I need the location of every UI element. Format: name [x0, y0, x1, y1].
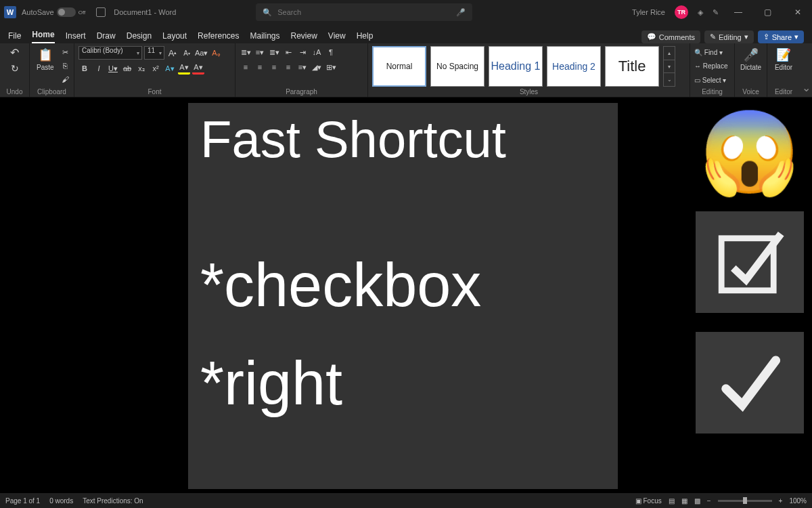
- tab-view[interactable]: View: [328, 31, 346, 43]
- shrink-font-button[interactable]: A▾: [181, 47, 193, 59]
- zoom-level[interactable]: 100%: [789, 497, 807, 505]
- word-count[interactable]: 0 words: [49, 497, 73, 505]
- copy-button[interactable]: ⎘: [60, 60, 72, 72]
- view-print-button[interactable]: ▤: [669, 497, 675, 505]
- shading-button[interactable]: ◢▾: [311, 61, 323, 73]
- bullets-button[interactable]: ≣▾: [240, 46, 252, 58]
- style-heading1[interactable]: Heading 1: [489, 46, 543, 87]
- font-size-select[interactable]: 11▾: [144, 46, 164, 60]
- tab-references[interactable]: References: [198, 31, 239, 43]
- replace-button[interactable]: ↔ Replace: [694, 62, 730, 70]
- underline-button[interactable]: U▾: [107, 62, 119, 75]
- zoom-in-button[interactable]: +: [779, 497, 783, 505]
- styles-scroll[interactable]: ▴▾⌄: [663, 46, 675, 87]
- search-input[interactable]: 🔍 Search 🎤: [256, 3, 472, 21]
- mic-icon[interactable]: 🎤: [456, 8, 466, 17]
- checkmark-tile: [696, 332, 804, 433]
- editor-group-label: Editor: [771, 87, 796, 96]
- minimize-button[interactable]: —: [728, 7, 748, 17]
- save-icon[interactable]: [96, 7, 106, 17]
- paste-button[interactable]: 📋Paste: [34, 46, 57, 72]
- subscript-button[interactable]: x₂: [135, 62, 148, 75]
- share-button[interactable]: ⇪ Share ▾: [758, 30, 804, 43]
- redo-button[interactable]: ↻: [9, 62, 21, 75]
- show-marks-button[interactable]: ¶: [325, 46, 337, 58]
- tab-draw[interactable]: Draw: [97, 31, 116, 43]
- zoom-slider[interactable]: [718, 500, 772, 502]
- autosave-toggle[interactable]: AutoSave Off: [22, 7, 85, 17]
- avatar[interactable]: TR: [675, 5, 688, 19]
- select-button[interactable]: ▭ Select ▾: [694, 77, 730, 84]
- diamond-icon[interactable]: ◈: [698, 8, 703, 17]
- tab-layout[interactable]: Layout: [162, 31, 187, 43]
- clear-format-button[interactable]: Aᵩ: [210, 47, 222, 59]
- document-page[interactable]: Fast Shortcut *checkbox *right: [188, 103, 618, 489]
- numbering-button[interactable]: ≡▾: [254, 46, 266, 58]
- strike-button[interactable]: ab: [121, 62, 133, 75]
- superscript-button[interactable]: x²: [150, 62, 162, 75]
- align-right-button[interactable]: ≡: [268, 61, 280, 73]
- doc-line3: *right: [200, 352, 606, 416]
- undo-group-label: Undo: [4, 87, 25, 96]
- search-icon: 🔍: [263, 8, 272, 17]
- font-color-button[interactable]: A▾: [192, 62, 204, 75]
- multilevel-button[interactable]: ≣▾: [268, 46, 280, 58]
- toggle-icon[interactable]: [57, 7, 76, 17]
- tab-mailings[interactable]: Mailings: [250, 31, 279, 43]
- increase-indent-button[interactable]: ⇥: [296, 46, 309, 58]
- user-name[interactable]: Tyler Rice: [632, 8, 665, 16]
- align-center-button[interactable]: ≡: [254, 61, 266, 73]
- pen-icon[interactable]: ✎: [713, 8, 719, 17]
- dictate-button[interactable]: 🎤Dictate: [739, 46, 763, 72]
- style-heading2[interactable]: Heading 2: [547, 46, 601, 87]
- find-button[interactable]: 🔍 Find ▾: [694, 49, 730, 56]
- close-button[interactable]: ✕: [788, 7, 808, 17]
- style-normal[interactable]: Normal: [372, 46, 426, 87]
- cut-button[interactable]: ✂: [60, 46, 72, 58]
- text-predictions[interactable]: Text Predictions: On: [83, 497, 143, 505]
- highlight-button[interactable]: A▾: [178, 62, 190, 75]
- checkmark-icon: [713, 345, 787, 420]
- editor-label: Editor: [775, 64, 792, 71]
- align-left-button[interactable]: ≡: [240, 61, 252, 73]
- styles-group: Normal No Spacing Heading 1 Heading 2 Ti…: [368, 43, 690, 97]
- tab-help[interactable]: Help: [357, 31, 374, 43]
- format-painter-button[interactable]: 🖌: [60, 73, 72, 85]
- sort-button[interactable]: ↓A: [311, 46, 323, 58]
- justify-button[interactable]: ≡: [282, 61, 294, 73]
- tab-insert[interactable]: Insert: [66, 31, 86, 43]
- tab-design[interactable]: Design: [127, 31, 152, 43]
- document-area[interactable]: Fast Shortcut *checkbox *right 😱: [0, 98, 812, 493]
- change-case-button[interactable]: Aa▾: [195, 47, 208, 59]
- text-effects-button[interactable]: A▾: [164, 62, 176, 75]
- style-no-spacing[interactable]: No Spacing: [430, 46, 484, 87]
- zoom-out-button[interactable]: −: [707, 497, 711, 505]
- grow-font-button[interactable]: A▴: [166, 47, 179, 59]
- maximize-button[interactable]: ▢: [758, 7, 778, 17]
- style-title[interactable]: Title: [605, 46, 659, 87]
- tab-home[interactable]: Home: [32, 30, 54, 43]
- page-status[interactable]: Page 1 of 1: [5, 497, 40, 505]
- borders-button[interactable]: ⊞▾: [325, 61, 337, 73]
- font-name-select[interactable]: Calibri (Body)▾: [78, 46, 142, 60]
- tab-review[interactable]: Review: [291, 31, 317, 43]
- view-web-button[interactable]: ▩: [694, 497, 700, 505]
- comments-label: Comments: [659, 33, 695, 41]
- document-title: Document1 - Word: [114, 8, 176, 16]
- view-read-button[interactable]: ▦: [681, 497, 687, 505]
- editing-mode-button[interactable]: ✎ Editing ▾: [704, 30, 754, 43]
- focus-mode-button[interactable]: ▣ Focus: [635, 497, 662, 505]
- line-spacing-button[interactable]: ≡▾: [296, 61, 309, 73]
- autosave-label: AutoSave: [22, 8, 54, 16]
- ribbon-collapse-button[interactable]: ⌄: [800, 43, 812, 97]
- decrease-indent-button[interactable]: ⇤: [282, 46, 294, 58]
- tab-file[interactable]: File: [8, 31, 21, 43]
- focus-label: Focus: [644, 497, 662, 505]
- editor-button[interactable]: 📝Editor: [771, 46, 796, 72]
- font-group-label: Font: [78, 87, 231, 96]
- bold-button[interactable]: B: [78, 62, 91, 75]
- italic-button[interactable]: I: [93, 62, 105, 75]
- comments-button[interactable]: 💬 Comments: [641, 30, 700, 43]
- undo-button[interactable]: ↶: [9, 46, 21, 58]
- scream-emoji-icon: 😱: [699, 111, 800, 192]
